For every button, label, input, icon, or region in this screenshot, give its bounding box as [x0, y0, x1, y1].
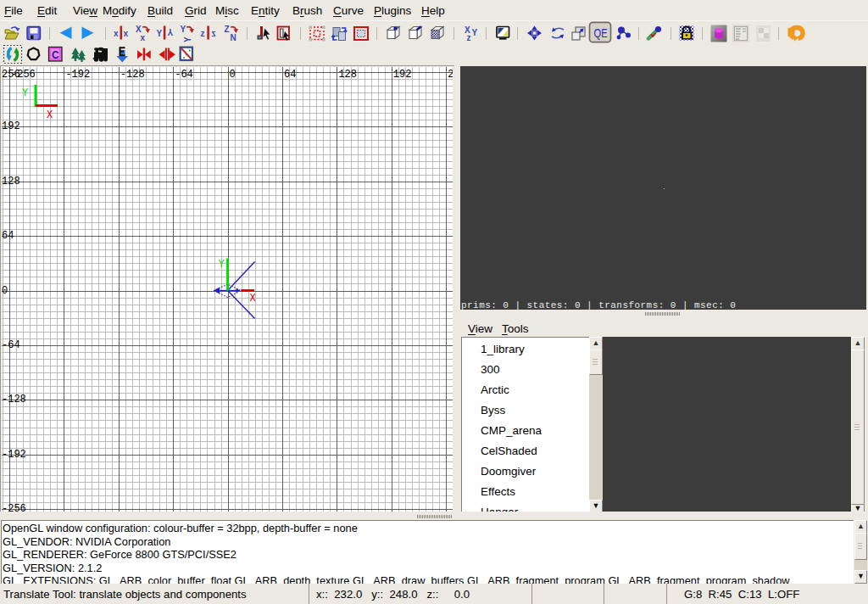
- svg-text:Y: Y: [183, 36, 192, 42]
- svg-text:Z: Z: [225, 25, 230, 34]
- svg-text:-64: -64: [175, 69, 193, 81]
- svg-text:192: 192: [2, 120, 20, 132]
- svg-text:C: C: [52, 49, 59, 61]
- svg-text:-192: -192: [65, 69, 90, 81]
- svg-text:QE: QE: [594, 26, 608, 41]
- svg-text:z: z: [467, 33, 471, 42]
- svg-text:-128: -128: [2, 394, 26, 405]
- svg-text:Y: Y: [181, 25, 186, 34]
- svg-text:64: 64: [2, 230, 14, 242]
- svg-text:-192: -192: [2, 449, 26, 461]
- svg-text:256: 256: [448, 69, 453, 81]
- svg-text:Y: Y: [168, 27, 174, 36]
- svg-text:z: z: [201, 29, 205, 38]
- svg-text:Y: Y: [472, 28, 478, 37]
- svg-text:-64: -64: [2, 339, 20, 351]
- svg-text:64: 64: [284, 69, 296, 81]
- svg-text:128: 128: [338, 69, 357, 81]
- svg-text:X: X: [250, 293, 256, 305]
- svg-text:x: x: [141, 33, 146, 42]
- svg-text:0: 0: [230, 69, 236, 81]
- svg-text:-128: -128: [120, 69, 145, 81]
- svg-text:x: x: [114, 29, 119, 38]
- svg-text:X: X: [47, 109, 53, 121]
- svg-text:x: x: [124, 29, 129, 38]
- svg-text:128: 128: [2, 176, 20, 187]
- svg-text:0: 0: [2, 285, 8, 297]
- svg-text:-256: -256: [2, 503, 26, 512]
- svg-text:256: 256: [2, 69, 20, 81]
- svg-text:Y: Y: [22, 87, 28, 99]
- svg-text:N: N: [231, 33, 236, 42]
- svg-text:Y: Y: [157, 29, 163, 38]
- svg-text:z: z: [212, 29, 216, 38]
- svg-text:192: 192: [393, 69, 412, 81]
- svg-text:Y: Y: [219, 259, 225, 271]
